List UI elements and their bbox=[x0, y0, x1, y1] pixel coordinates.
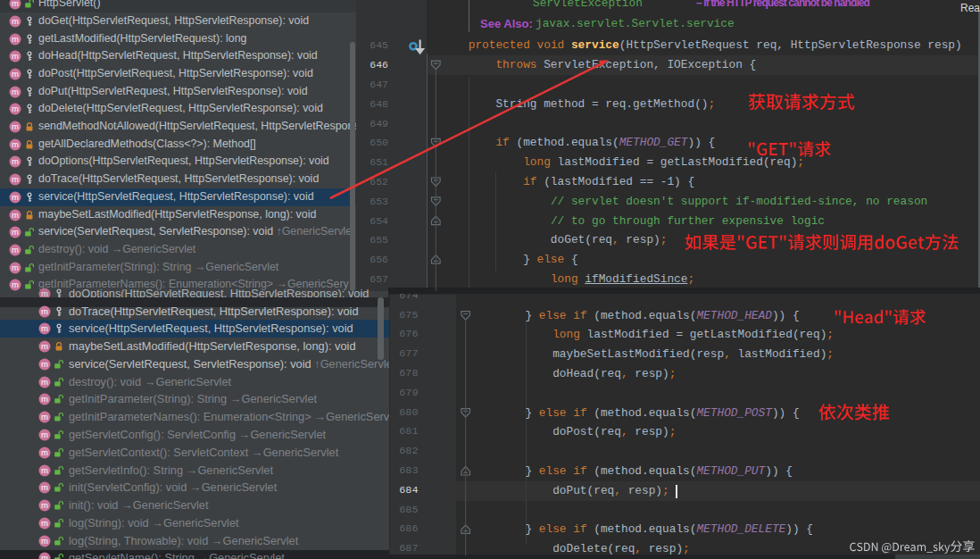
svg-text:m: m bbox=[12, 192, 19, 202]
svg-text:m: m bbox=[41, 412, 48, 421]
svg-text:m: m bbox=[41, 500, 48, 510]
svg-text:m: m bbox=[12, 0, 19, 8]
svg-text:m: m bbox=[12, 210, 19, 220]
svg-text:m: m bbox=[41, 536, 48, 546]
svg-text:m: m bbox=[12, 87, 19, 96]
svg-text:m: m bbox=[41, 377, 48, 387]
svg-text:m: m bbox=[41, 324, 48, 334]
svg-text:m: m bbox=[12, 157, 19, 167]
svg-text:m: m bbox=[41, 482, 48, 492]
svg-text:m: m bbox=[41, 465, 48, 475]
svg-text:m: m bbox=[41, 395, 48, 405]
svg-text:m: m bbox=[41, 447, 48, 457]
svg-text:m: m bbox=[41, 306, 48, 316]
svg-text:m: m bbox=[12, 245, 19, 254]
svg-text:m: m bbox=[41, 518, 48, 528]
svg-text:m: m bbox=[12, 227, 19, 237]
svg-text:m: m bbox=[12, 263, 19, 272]
svg-text:m: m bbox=[41, 341, 48, 351]
svg-text:m: m bbox=[12, 16, 19, 26]
svg-text:m: m bbox=[41, 430, 48, 439]
svg-text:m: m bbox=[12, 69, 19, 79]
svg-text:m: m bbox=[12, 121, 19, 131]
svg-text:m: m bbox=[41, 554, 48, 559]
svg-text:m: m bbox=[41, 359, 48, 369]
svg-text:m: m bbox=[12, 174, 19, 184]
svg-text:m: m bbox=[12, 34, 19, 44]
svg-text:m: m bbox=[12, 51, 19, 61]
svg-text:m: m bbox=[12, 139, 19, 149]
svg-text:m: m bbox=[41, 288, 48, 297]
svg-text:m: m bbox=[12, 104, 19, 114]
